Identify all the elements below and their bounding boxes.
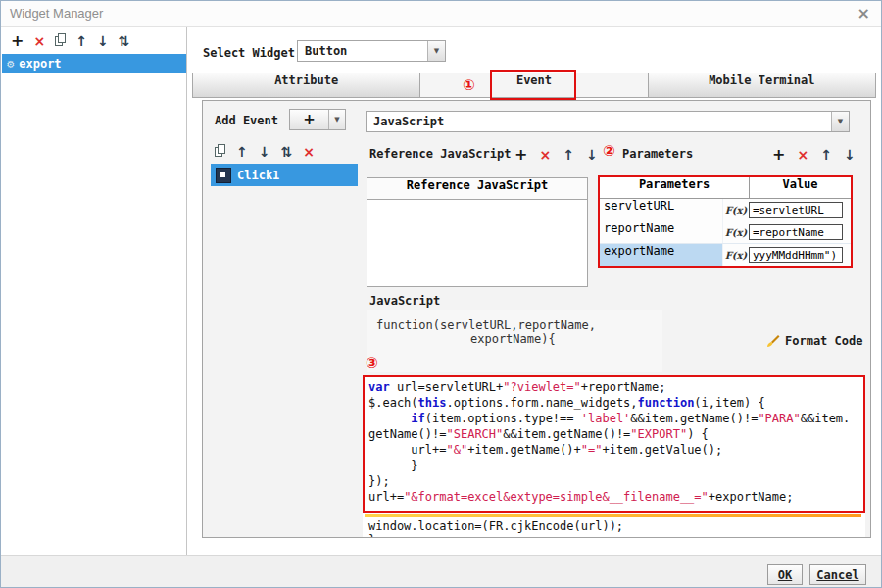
chevron-down-icon: ▼ <box>838 118 843 125</box>
chevron-down-icon: ▼ <box>434 47 439 55</box>
parameter-row: reportName F(x) =reportName <box>600 221 851 244</box>
widget-type-value: Button <box>298 41 427 61</box>
selection-highlight-bar <box>365 514 861 517</box>
sort-icon: ⇅ <box>280 145 292 159</box>
copy-event-button[interactable] <box>215 142 225 161</box>
arrow-down-icon: ↓ <box>259 145 270 159</box>
delete-icon: × <box>303 145 315 159</box>
reference-javascript-table: Reference JavaScript <box>367 177 588 287</box>
annotation-step2: ② <box>603 142 615 160</box>
dropdown-button[interactable]: ▼ <box>427 41 445 61</box>
tab-mobile-terminal[interactable]: Mobile Terminal <box>648 73 876 98</box>
plus-icon: + <box>514 148 527 162</box>
widget-manager-dialog: Widget Manager × + × ↑ ↓ ⇅ ⚙ export Sele… <box>0 0 882 588</box>
event-toolbar: ↑ ↓ ⇅ × <box>215 142 315 161</box>
signature-line2: exportName){ <box>376 332 662 346</box>
add-reference-button[interactable]: + <box>514 145 527 164</box>
code-lines: var url=servletURL+"?viewlet="+reportNam… <box>363 375 865 509</box>
copy-widget-button[interactable] <box>55 31 66 50</box>
widget-list-toolbar: + × ↑ ↓ ⇅ <box>1 27 186 53</box>
parameter-row: servletURL F(x) =servletURL <box>600 199 851 221</box>
move-reference-down-button[interactable]: ↓ <box>586 145 598 164</box>
parameter-name[interactable]: servletURL <box>600 199 723 220</box>
code-after-lines: window.location=(FR.cjkEncode(url));} <box>368 519 623 537</box>
parameter-name[interactable]: exportName <box>600 244 723 266</box>
parameters-toolbar: + × ↑ ↓ <box>772 145 856 164</box>
widget-item-label: export <box>19 57 61 71</box>
sort-events-button[interactable]: ⇅ <box>280 142 292 161</box>
parameters-column-header: Parameters <box>600 177 750 198</box>
arrow-up-icon: ↑ <box>236 145 248 159</box>
delete-icon: × <box>797 148 808 162</box>
ok-button[interactable]: OK <box>767 564 803 585</box>
script-type-dropdown[interactable]: JavaScript ▼ <box>366 111 850 132</box>
plus-icon: + <box>772 148 785 162</box>
move-parameter-up-button[interactable]: ↑ <box>820 145 832 164</box>
close-icon[interactable]: × <box>858 4 870 23</box>
formula-icon[interactable]: F(x) <box>723 250 749 261</box>
titlebar: Widget Manager × <box>1 1 881 27</box>
reference-javascript-label: Reference JavaScript <box>369 147 512 161</box>
delete-event-button[interactable]: × <box>303 142 315 161</box>
move-widget-up-button[interactable]: ↑ <box>75 31 87 50</box>
widget-type-dropdown[interactable]: Button ▼ <box>297 40 446 62</box>
sort-widgets-button[interactable]: ⇅ <box>119 31 130 50</box>
move-event-up-button[interactable]: ↑ <box>236 142 248 161</box>
add-widget-button[interactable]: + <box>11 31 24 50</box>
reference-table-header: Reference JavaScript <box>368 178 587 200</box>
plus-icon: + <box>11 34 24 48</box>
event-list-item-click1[interactable]: Click1 <box>211 164 358 186</box>
widget-list-item-export[interactable]: ⚙ export <box>2 54 186 73</box>
arrow-up-icon: ↑ <box>820 148 832 162</box>
main-area: Select Widget Button ▼ Attribute Event M… <box>187 27 881 555</box>
chevron-down-icon: ▼ <box>328 110 345 129</box>
formula-icon[interactable]: F(x) <box>723 205 749 216</box>
format-code-label: Format Code <box>785 334 862 348</box>
parameters-table-header: Parameters Value <box>600 177 851 199</box>
tab-attribute[interactable]: Attribute <box>192 73 420 98</box>
code-editor[interactable]: var url=servletURL+"?viewlet="+reportNam… <box>363 375 865 537</box>
parameter-name[interactable]: reportName <box>600 221 723 243</box>
value-column-header: Value <box>750 177 851 198</box>
move-reference-up-button[interactable]: ↑ <box>563 145 574 164</box>
delete-parameter-button[interactable]: × <box>797 145 808 164</box>
cancel-button[interactable]: Cancel <box>809 564 866 585</box>
delete-reference-button[interactable]: × <box>539 145 551 164</box>
ok-label: OK <box>778 568 792 582</box>
parameter-value-input[interactable]: yyyMMddHHmm") <box>749 247 843 263</box>
parameter-value-input[interactable]: =servletURL <box>749 202 843 218</box>
tab-bar: Attribute Event Mobile Terminal ① <box>192 73 876 98</box>
format-code-button[interactable]: Format Code <box>760 333 868 349</box>
parameter-row: exportName F(x) yyyMMddHHmm") <box>600 244 851 266</box>
arrow-down-icon: ↓ <box>586 148 598 162</box>
cancel-label: Cancel <box>816 568 858 582</box>
parameter-value-input[interactable]: =reportName <box>749 224 843 240</box>
arrow-down-icon: ↓ <box>844 148 856 162</box>
annotation-step3: ③ <box>366 354 378 371</box>
delete-icon: × <box>539 148 551 162</box>
event-item-label: Click1 <box>237 169 279 182</box>
formula-icon[interactable]: F(x) <box>723 227 749 238</box>
dropdown-button[interactable]: ▼ <box>831 112 849 131</box>
arrow-up-icon: ↑ <box>75 34 87 48</box>
copy-icon <box>215 144 225 157</box>
arrow-up-icon: ↑ <box>563 148 574 162</box>
tab-event[interactable]: Event <box>419 73 648 98</box>
signature-line1: function(servletURL,reportName, <box>376 318 662 332</box>
annotation-step1: ① <box>463 76 475 94</box>
delete-widget-button[interactable]: × <box>33 31 45 50</box>
parameters-table: Parameters Value servletURL F(x) =servle… <box>598 175 853 268</box>
javascript-section-label: JavaScript <box>369 294 440 308</box>
plus-icon: + <box>290 110 328 129</box>
move-event-down-button[interactable]: ↓ <box>259 142 270 161</box>
move-parameter-down-button[interactable]: ↓ <box>844 145 856 164</box>
sort-icon: ⇅ <box>119 34 130 48</box>
gear-icon: ⚙ <box>7 57 14 71</box>
copy-icon <box>55 33 66 46</box>
event-panel: Add Event + ▼ ↑ ↓ ⇅ × Click1 JavaScript … <box>202 100 871 538</box>
add-parameter-button[interactable]: + <box>772 145 785 164</box>
move-widget-down-button[interactable]: ↓ <box>97 31 109 50</box>
add-event-label: Add Event <box>215 114 278 127</box>
add-event-button[interactable]: + ▼ <box>289 109 346 130</box>
select-widget-label: Select Widget <box>203 46 295 60</box>
